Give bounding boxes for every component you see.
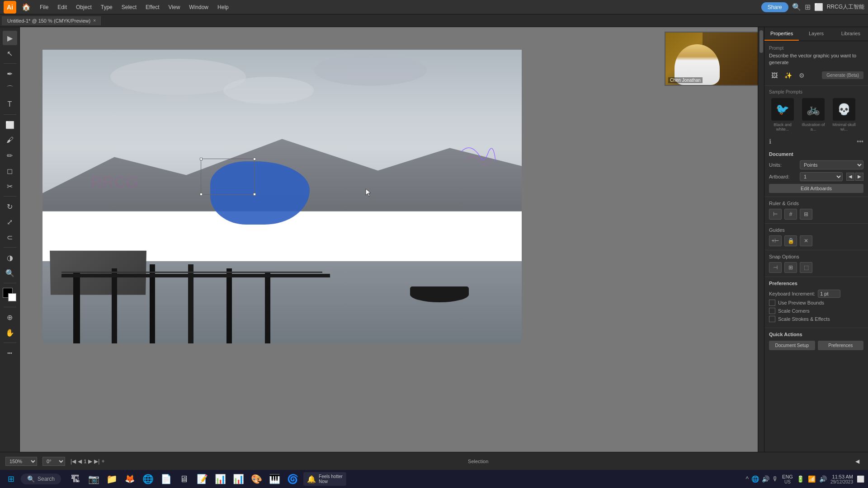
menu-type[interactable]: Type [97, 2, 116, 12]
sample-prompt-bird[interactable]: 🐦 Black and white... [769, 98, 796, 131]
share-button[interactable]: Share [761, 2, 788, 12]
more-tools[interactable]: ••• [3, 346, 17, 360]
guide-clear-icon[interactable]: ✕ [800, 235, 812, 246]
artboard-select[interactable]: 1 [800, 172, 843, 181]
taskbar-app-folder[interactable]: 📁 [104, 471, 120, 487]
scale-tool[interactable]: ⤢ [3, 215, 17, 229]
expand-icon[interactable]: ⬜ [814, 3, 823, 11]
document-tab[interactable]: Untitled-1* @ 150 % (CMYK/Preview) × [2, 16, 102, 25]
sample-prompt-bike[interactable]: 🚲 Illustration of a... [800, 98, 827, 131]
volume-icon[interactable]: 🔊 [819, 475, 827, 483]
network-icon[interactable]: 🌐 [751, 475, 759, 483]
curvature-tool[interactable]: ⌒ [3, 82, 17, 96]
scrollbar-thumb-v[interactable] [760, 30, 763, 53]
guide-add-icon[interactable]: +⊢ [769, 235, 782, 246]
zoom-tool[interactable]: ⊕ [3, 310, 17, 324]
close-tab-icon[interactable]: × [93, 18, 96, 23]
scissors-tool[interactable]: ✂ [3, 179, 17, 193]
scale-strokes-effects-checkbox[interactable] [769, 316, 775, 322]
background-color[interactable] [8, 293, 16, 301]
use-preview-bounds-checkbox[interactable] [769, 300, 775, 306]
notification-toast[interactable]: 🔔 Feels hotter Now [303, 472, 346, 486]
preferences-button[interactable]: Preferences [818, 341, 864, 350]
taskbar-search[interactable]: 🔍 Search [21, 474, 61, 484]
edit-artboards-button[interactable]: Edit Artboards [769, 184, 863, 193]
units-select[interactable]: Points [800, 160, 863, 169]
taskbar-app-excel[interactable]: 📊 [212, 471, 228, 487]
color-pair[interactable] [3, 288, 17, 302]
artboard-next-btn[interactable]: ▶ [855, 173, 863, 181]
grid-icon-btn[interactable]: # [784, 209, 797, 220]
scale-corners-checkbox[interactable] [769, 308, 775, 314]
taskbar-app-word[interactable]: 📝 [194, 471, 210, 487]
snap-to-grid-icon[interactable]: ⊞ [784, 262, 797, 273]
taskbar-app-rrcg[interactable]: 🌀 [284, 471, 301, 487]
taskbar-app-illustrator[interactable]: 🎨 [248, 471, 264, 487]
menu-window[interactable]: Window [185, 2, 212, 12]
more-options-icon[interactable]: ••• [857, 138, 863, 145]
expand-tray-icon[interactable]: ^ [746, 475, 749, 483]
pencil-tool[interactable]: ✏ [3, 148, 17, 163]
taskbar-app-camera[interactable]: 📷 [85, 471, 102, 487]
scrollbar-v[interactable] [758, 27, 764, 464]
first-page-btn[interactable]: |◀ [71, 458, 76, 465]
menu-edit[interactable]: Edit [54, 2, 71, 12]
tab-properties[interactable]: Properties [764, 27, 799, 41]
blend-tool[interactable]: ⊂ [3, 230, 17, 244]
taskbar-app-firefox[interactable]: 🦊 [122, 471, 138, 487]
menu-view[interactable]: View [165, 2, 184, 12]
menu-effect[interactable]: Effect [142, 2, 163, 12]
sample-prompt-skull[interactable]: 💀 Minimal skull wi... [830, 98, 858, 131]
perspective-icon[interactable]: ⊞ [800, 209, 812, 220]
scroll-toggle[interactable]: ◀ [852, 456, 863, 467]
microphone-icon[interactable]: 🎙 [772, 475, 778, 483]
search-icon[interactable]: 🔍 [792, 3, 801, 11]
keyboard-increment-input[interactable] [818, 290, 840, 298]
zoom-select[interactable]: 150% [5, 457, 37, 466]
clock[interactable]: 11:53 AM 29/12/2023 [830, 474, 853, 484]
shape-tool[interactable]: ⬜ [3, 117, 17, 132]
ai-sparkle-icon[interactable]: ✨ [783, 70, 793, 81]
add-page-btn[interactable]: + [101, 458, 104, 465]
pen-tool[interactable]: ✒ [3, 66, 17, 81]
menu-help[interactable]: Help [214, 2, 232, 12]
taskbar-app-file[interactable]: 📄 [158, 471, 174, 487]
taskbar-app-ppt[interactable]: 📊 [230, 471, 246, 487]
tab-libraries[interactable]: Libraries [834, 27, 868, 41]
ai-image-icon[interactable]: 🖼 [769, 70, 780, 81]
tab-layers[interactable]: Layers [799, 27, 833, 41]
document-setup-button[interactable]: Document Setup [769, 341, 815, 350]
start-button[interactable]: ⊞ [4, 472, 18, 486]
taskbar-app-monitor[interactable]: 🖥 [176, 471, 192, 487]
sound-icon[interactable]: 🔊 [762, 475, 769, 483]
menu-select[interactable]: Select [118, 2, 140, 12]
prev-page-btn[interactable]: ◀ [78, 458, 82, 465]
menu-file[interactable]: File [36, 2, 52, 12]
network-icon-2[interactable]: 📶 [808, 475, 816, 483]
taskbar-app-buildings[interactable]: 🏗 [67, 471, 84, 487]
taskbar-app-browser[interactable]: 🌐 [140, 471, 156, 487]
battery-icon[interactable]: 🔋 [797, 475, 804, 483]
type-tool[interactable]: T [3, 97, 17, 112]
rotate-tool[interactable]: ↻ [3, 199, 17, 214]
grid-icon[interactable]: ⊞ [805, 3, 811, 11]
eyedropper-tool[interactable]: 🔍 [3, 266, 17, 280]
taskbar-app-zoom[interactable]: 🎹 [266, 471, 283, 487]
generate-button[interactable]: Generate (Beta) [822, 71, 863, 79]
snap-to-pixel-icon[interactable]: ⬚ [800, 262, 812, 273]
paintbrush-tool[interactable]: 🖌 [3, 133, 17, 147]
snap-to-point-icon[interactable]: ⊣ [769, 262, 782, 273]
ai-settings-icon[interactable]: ⚙ [796, 70, 807, 81]
home-icon[interactable]: 🏠 [22, 3, 31, 11]
artboard-prev-btn[interactable]: ◀ [846, 173, 854, 181]
hand-tool[interactable]: ✋ [3, 325, 17, 340]
info-icon[interactable]: ℹ [769, 138, 771, 145]
eraser-tool[interactable]: ◻ [3, 164, 17, 178]
rotation-select[interactable]: 0° [42, 457, 65, 466]
menu-object[interactable]: Object [72, 2, 95, 12]
gradient-tool[interactable]: ◑ [3, 250, 17, 265]
direct-select-tool[interactable]: ↖ [3, 46, 17, 61]
selection-tool[interactable]: ▶ [3, 31, 17, 45]
show-desktop-icon[interactable]: ⬜ [857, 475, 864, 483]
last-page-btn[interactable]: ▶| [94, 458, 99, 465]
